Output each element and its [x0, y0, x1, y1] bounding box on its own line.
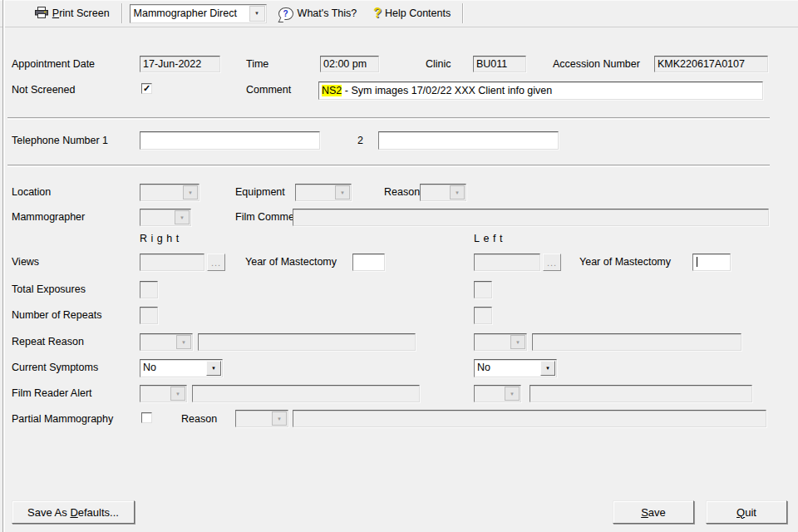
help-question-icon: ?	[373, 7, 382, 20]
reason-label: Reason	[384, 186, 420, 198]
mammographer-combobox: ▼	[140, 209, 191, 226]
left-side-header: Left	[474, 233, 506, 244]
check-icon: ✓	[143, 84, 150, 93]
repeat-reason-right-combobox: ▼	[140, 333, 193, 351]
number-of-repeats-label: Number of Repeats	[12, 309, 101, 321]
separator	[7, 117, 770, 120]
mammography-form-window: Print Screen Mammographer Direct ▼ ? Wha…	[0, 0, 798, 532]
help-contents-label: Help Contents	[385, 7, 451, 19]
save-button[interactable]: Save	[613, 500, 694, 524]
film-reader-alert-left-combobox: ▼	[474, 385, 521, 402]
chevron-down-icon[interactable]: ▼	[206, 361, 221, 376]
mammographer-label: Mammographer	[12, 211, 85, 223]
window-left-edge	[2, 0, 5, 532]
chevron-down-icon[interactable]: ▼	[249, 6, 265, 22]
film-reader-alert-right-field	[192, 385, 420, 402]
separator	[7, 165, 770, 167]
partial-reason-label: Reason	[181, 413, 217, 425]
mode-combobox[interactable]: Mammographer Direct ▼	[130, 4, 267, 23]
partial-reason-field	[293, 410, 766, 427]
quit-label: Quit	[736, 506, 756, 519]
accession-number-field: KMK220617A0107	[654, 56, 768, 72]
ellipsis-icon: ...	[547, 258, 557, 268]
not-screened-label: Not Screened	[12, 84, 75, 96]
reason-combobox: ▼	[420, 184, 466, 201]
comment-label: Comment	[246, 84, 291, 96]
partial-reason-combobox: ▼	[235, 410, 288, 427]
accession-number-label: Accession Number	[553, 58, 640, 70]
views-label: Views	[12, 256, 39, 268]
comment-input[interactable]: NS2 - Sym images 17/02/22 XXX Client inf…	[318, 81, 763, 100]
save-as-defaults-label: Save As Defaults...	[27, 506, 119, 519]
chevron-down-icon: ▼	[272, 411, 287, 426]
appointment-date-label: Appointment Date	[12, 58, 95, 70]
chevron-down-icon: ▼	[175, 210, 190, 224]
not-screened-checkbox[interactable]: ✓	[141, 83, 152, 94]
current-symptoms-label: Current Symptoms	[12, 362, 98, 373]
repeat-reason-left-combobox: ▼	[474, 333, 527, 351]
time-label: Time	[246, 58, 268, 70]
whats-this-question-icon: ?	[278, 7, 293, 20]
current-symptoms-right-combobox[interactable]: No ▼	[140, 359, 223, 377]
toolbar-separator	[121, 3, 123, 23]
highlighted-text: NS2	[322, 85, 342, 96]
save-as-defaults-button[interactable]: Save As Defaults...	[12, 500, 135, 524]
chevron-down-icon[interactable]: ▼	[540, 361, 555, 376]
film-reader-alert-left-field	[530, 385, 752, 402]
repeat-reason-right-field	[198, 333, 416, 351]
chevron-down-icon: ▼	[176, 335, 191, 349]
toolbar-separator	[462, 3, 464, 23]
text-caret	[697, 257, 697, 267]
equipment-combobox: ▼	[295, 184, 352, 201]
chevron-down-icon: ▼	[170, 387, 185, 401]
clinic-label: Clinic	[426, 58, 451, 70]
location-combobox: ▼	[140, 184, 200, 201]
film-reader-alert-label: Film Reader Alert	[12, 387, 92, 399]
views-left-browse-button: ...	[543, 254, 561, 271]
telephone-number-2-label: 2	[357, 135, 363, 146]
chevron-down-icon: ▼	[183, 185, 198, 200]
whats-this-button[interactable]: ? What's This?	[273, 5, 362, 22]
chevron-down-icon: ▼	[335, 185, 350, 200]
right-side-header: Right	[140, 233, 183, 244]
year-of-mastectomy-right-input[interactable]	[352, 254, 385, 271]
save-label: Save	[641, 506, 666, 519]
telephone-number-1-label: Telephone Number 1	[12, 135, 108, 146]
printer-icon	[12, 0, 49, 32]
mode-combobox-value: Mammographer Direct	[131, 7, 249, 19]
ellipsis-icon: ...	[211, 258, 221, 268]
total-exposures-label: Total Exposures	[12, 283, 86, 295]
chevron-down-icon: ▼	[450, 185, 465, 200]
appointment-date-field: 17-Jun-2022	[140, 56, 220, 72]
print-screen-label: Print Screen	[52, 7, 110, 19]
telephone-1-input[interactable]	[140, 131, 320, 150]
number-of-repeats-left-field	[474, 307, 492, 324]
year-of-mastectomy-right-label: Year of Mastectomy	[245, 256, 337, 268]
chevron-down-icon: ▼	[510, 335, 525, 349]
number-of-repeats-right-field	[140, 307, 158, 324]
repeat-reason-label: Repeat Reason	[12, 336, 84, 347]
views-right-field	[140, 254, 204, 271]
chevron-down-icon: ▼	[505, 387, 520, 401]
toolbar: Print Screen Mammographer Direct ▼ ? Wha…	[0, 0, 798, 27]
film-comment-field	[293, 209, 769, 226]
whats-this-label: What's This?	[298, 7, 357, 19]
views-left-field	[474, 254, 540, 271]
repeat-reason-left-field	[532, 333, 741, 351]
film-reader-alert-right-combobox: ▼	[140, 385, 187, 402]
total-exposures-right-field	[140, 281, 158, 298]
location-label: Location	[12, 186, 51, 198]
equipment-label: Equipment	[235, 186, 285, 198]
total-exposures-left-field	[474, 281, 492, 298]
partial-mammography-checkbox[interactable]	[141, 412, 152, 423]
views-right-browse-button: ...	[207, 254, 225, 271]
year-of-mastectomy-left-input[interactable]	[692, 254, 731, 271]
current-symptoms-left-combobox[interactable]: No ▼	[474, 359, 557, 377]
partial-mammography-label: Partial Mammography	[12, 413, 113, 425]
quit-button[interactable]: Quit	[706, 500, 787, 524]
year-of-mastectomy-left-label: Year of Mastectomy	[579, 256, 671, 268]
print-screen-button[interactable]: Print Screen	[7, 0, 115, 35]
telephone-2-input[interactable]	[378, 131, 559, 150]
clinic-field: BU011	[473, 56, 526, 72]
help-contents-button[interactable]: ? Help Contents	[368, 4, 456, 22]
